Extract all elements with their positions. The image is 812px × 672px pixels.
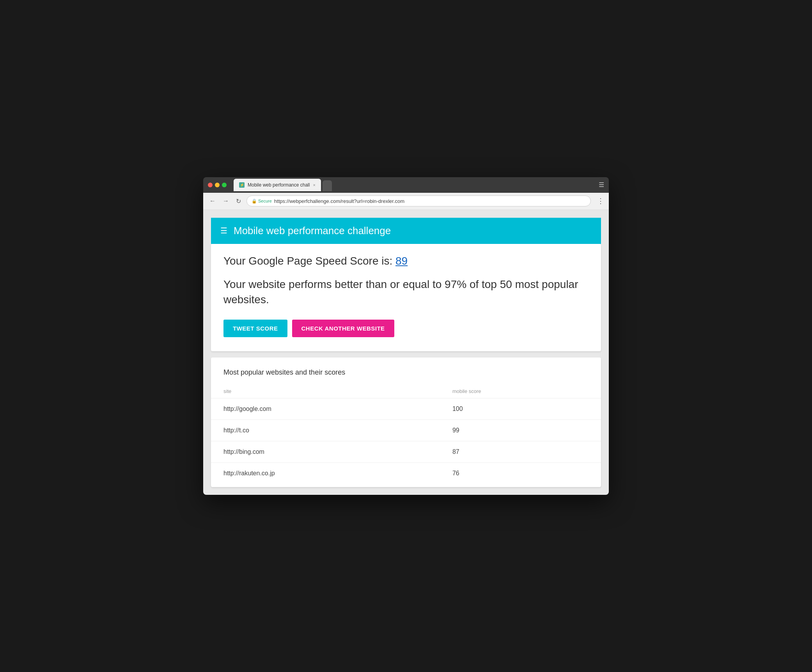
browser-menu-icon[interactable]: ☰ xyxy=(599,181,604,188)
tab-label: Mobile web performance chall xyxy=(248,182,310,188)
more-options-button[interactable]: ⋮ xyxy=(597,197,604,205)
score-value-link[interactable]: 89 xyxy=(395,255,408,267)
score-card: Your Google Page Speed Score is: 89 Your… xyxy=(211,244,601,351)
table-row: http://bing.com 87 xyxy=(211,441,601,463)
score-line: Your Google Page Speed Score is: 89 xyxy=(223,255,589,267)
score-cell: 87 xyxy=(440,441,601,463)
traffic-lights xyxy=(208,183,227,187)
table-header-row: site mobile score xyxy=(211,384,601,398)
site-cell: http://google.com xyxy=(211,398,440,420)
score-prefix: Your Google Page Speed Score is: xyxy=(223,255,392,267)
back-button[interactable]: ← xyxy=(208,196,217,206)
table-card: Most popular websites and their scores s… xyxy=(211,357,601,487)
maximize-button[interactable] xyxy=(222,183,227,187)
hamburger-icon[interactable]: ☰ xyxy=(220,226,227,235)
inactive-tab[interactable] xyxy=(323,180,332,191)
page-content: ☰ Mobile web performance challenge Your … xyxy=(203,210,609,495)
performance-text: Your website performs better than or equ… xyxy=(223,277,589,307)
close-button[interactable] xyxy=(208,183,213,187)
refresh-button[interactable]: ↻ xyxy=(234,196,243,206)
browser-addressbar: ← → ↻ 🔒 Secure https://webperfchallenge.… xyxy=(203,193,609,210)
tab-bar: ⚡ Mobile web performance chall × xyxy=(234,179,596,191)
table-row: http://t.co 99 xyxy=(211,420,601,441)
site-cell: http://bing.com xyxy=(211,441,440,463)
tweet-score-button[interactable]: TWEET SCORE xyxy=(223,320,287,337)
browser-window: ⚡ Mobile web performance chall × ☰ ← → ↻… xyxy=(203,177,609,495)
url-text: https://webperfchallenge.com/result?url=… xyxy=(274,198,404,204)
app-header: ☰ Mobile web performance challenge xyxy=(211,218,601,244)
table-title: Most popular websites and their scores xyxy=(211,368,601,384)
score-cell: 100 xyxy=(440,398,601,420)
scores-table: site mobile score http://google.com 100 … xyxy=(211,384,601,484)
col-site-header: site xyxy=(211,384,440,398)
button-row: TWEET SCORE CHECK ANOTHER WEBSITE xyxy=(223,320,589,337)
tab-close-button[interactable]: × xyxy=(313,183,315,187)
active-tab[interactable]: ⚡ Mobile web performance chall × xyxy=(234,179,321,191)
minimize-button[interactable] xyxy=(215,183,220,187)
col-score-header: mobile score xyxy=(440,384,601,398)
site-cell: http://rakuten.co.jp xyxy=(211,463,440,484)
table-row: http://rakuten.co.jp 76 xyxy=(211,463,601,484)
tab-favicon: ⚡ xyxy=(239,182,245,188)
site-cell: http://t.co xyxy=(211,420,440,441)
secure-badge: 🔒 Secure xyxy=(252,199,272,204)
browser-titlebar: ⚡ Mobile web performance chall × ☰ xyxy=(203,177,609,193)
address-box[interactable]: 🔒 Secure https://webperfchallenge.com/re… xyxy=(246,196,591,206)
score-cell: 99 xyxy=(440,420,601,441)
forward-button[interactable]: → xyxy=(221,196,230,206)
check-another-website-button[interactable]: CHECK ANOTHER WEBSITE xyxy=(292,320,394,337)
score-cell: 76 xyxy=(440,463,601,484)
app-title: Mobile web performance challenge xyxy=(234,225,391,237)
table-row: http://google.com 100 xyxy=(211,398,601,420)
